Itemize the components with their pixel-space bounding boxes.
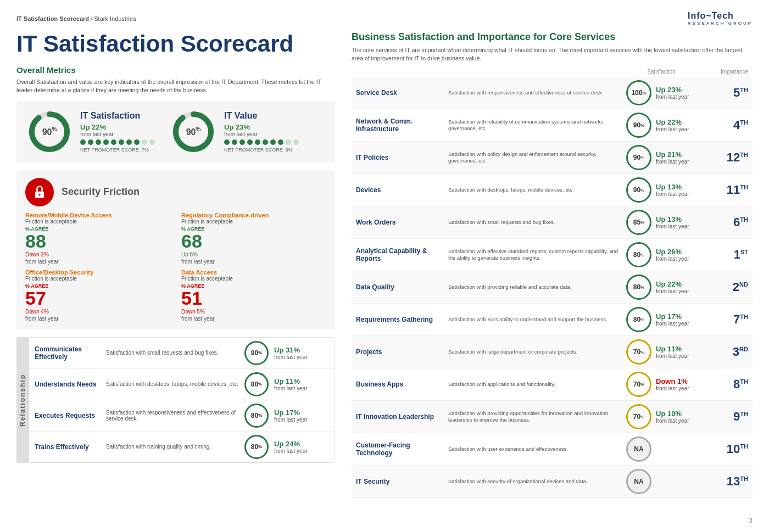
overall-metrics-desc: Overall Satisfaction and value are key i…	[16, 78, 335, 94]
dot	[286, 139, 291, 145]
sec-item-0-sub: Friction is acceptable	[25, 219, 170, 225]
metrics-box: 90% IT Satisfaction Up 22% from last yea…	[16, 101, 335, 163]
security-item-1: Regulatory Compliance-driven Friction is…	[181, 212, 326, 265]
bs-service-desc-6: Satisfaction with providing reliable and…	[448, 284, 622, 290]
dot	[142, 139, 147, 145]
bs-score-8: 70%	[626, 339, 651, 365]
it-value-nps: NET PROMOTER SCORE: 9%	[224, 147, 299, 153]
bs-change-3: Up 13%from last year	[656, 183, 722, 197]
dot	[293, 139, 299, 145]
bs-change-9: Down 1%from last year	[656, 377, 722, 391]
dot	[111, 139, 116, 145]
dot	[255, 139, 260, 145]
right-title: Business Satisfaction and Importance for…	[352, 31, 753, 43]
rel-change-from-2: from last year	[274, 417, 329, 423]
bs-change-1: Up 22%from last year	[656, 118, 722, 132]
it-value-dots	[224, 139, 299, 145]
security-grid: Remote/Mobile Device Access Friction is …	[25, 212, 326, 322]
rel-name-1: Understands Needs	[35, 380, 101, 388]
bs-service-desc-7: Satisfaction with BA's ability to unders…	[448, 316, 622, 323]
rel-change-0: Up 31% from last year	[274, 346, 329, 360]
bs-service-name-8: Projects	[356, 348, 444, 356]
sec-item-2-sub: Friction is acceptable	[25, 276, 170, 282]
bs-service-name-6: Data Quality	[356, 283, 444, 291]
bs-rank-10: 9TH	[726, 410, 748, 424]
bs-service-name-12: IT Security	[356, 478, 444, 485]
dot	[134, 139, 140, 145]
dot	[80, 139, 86, 145]
rel-name-2: Executes Requests	[35, 412, 101, 419]
rel-score-2: 80%	[244, 404, 269, 428]
bs-rank-1: 4TH	[726, 118, 748, 132]
bs-change-7: Up 17%from last year	[656, 312, 722, 327]
rel-score-3: 80%	[244, 435, 269, 459]
page: IT Satisfaction Scorecard / Stark Indust…	[0, 0, 769, 532]
rel-row-2: Executes Requests Satisfaction with resp…	[29, 400, 335, 432]
bs-service-name-0: Service Desk	[356, 89, 444, 97]
bs-score-5: 80%	[626, 242, 651, 267]
bs-service-desc-10: Satisfaction with providing opportunitie…	[448, 410, 622, 424]
bs-service-name-7: Requirements Gathering	[356, 316, 444, 323]
dot	[126, 139, 132, 145]
dot	[247, 139, 253, 145]
bs-service-name-9: Business Apps	[356, 380, 444, 388]
bs-row-1: Network & Comm. Infrastructure Satisfact…	[352, 109, 753, 142]
left-panel: IT Satisfaction Scorecard Overall Metric…	[16, 31, 335, 498]
relationship-sidebar: Relationship	[16, 337, 29, 463]
breadcrumb-main: IT Satisfaction Scorecard	[16, 15, 89, 22]
overall-metrics-title: Overall Metrics	[16, 65, 335, 75]
logo: Info~Tech RESEARCH GROUP	[688, 11, 753, 26]
security-item-2: Office/Desktop Security Friction is acce…	[25, 269, 170, 322]
sec-item-1-change: Up 8%	[181, 251, 326, 257]
right-panel: Business Satisfaction and Importance for…	[352, 31, 753, 498]
rel-name-3: Trains Effectively	[35, 443, 101, 451]
it-value-name: IT Value	[224, 111, 299, 121]
header-satisfaction: Satisfaction	[606, 69, 716, 75]
bs-service-desc-2: Satisfaction with policy design and enfo…	[448, 151, 622, 165]
bs-service-desc-1: Satisfaction with reliability of communi…	[448, 119, 622, 132]
it-satisfaction-item: 90% IT Satisfaction Up 22% from last yea…	[27, 110, 155, 154]
bs-row-3: Devices Satisfaction with desktops, lato…	[352, 174, 753, 206]
it-value-from: from last year	[224, 131, 299, 137]
rel-change-2: Up 17% from last year	[274, 408, 329, 423]
bs-row-12: IT Security Satisfaction with security o…	[352, 466, 753, 498]
it-value-change: Up 23%	[224, 123, 299, 131]
it-satisfaction-from: from last year	[80, 131, 155, 137]
bs-rank-7: 7TH	[726, 312, 748, 327]
bs-score-1: 90%	[626, 113, 651, 138]
dot	[224, 139, 230, 145]
security-header: Security Friction	[25, 178, 326, 206]
bs-score-7: 80%	[626, 307, 651, 332]
bs-rank-6: 2ND	[726, 280, 748, 294]
bs-score-2: 90%	[626, 145, 651, 170]
sec-item-0-change: Down 2%	[25, 251, 170, 257]
sec-item-0-agree: % AGREE	[25, 226, 170, 232]
rel-change-text-0: Up 31%	[274, 346, 329, 354]
rel-change-1: Up 11% from last year	[274, 377, 329, 391]
bs-rank-3: 11TH	[726, 183, 748, 197]
rel-name-0: Communicates Effectively	[35, 345, 101, 361]
sec-item-1-num: 68	[181, 232, 326, 250]
it-value-score: 90%	[186, 126, 201, 137]
metrics-row: 90% IT Satisfaction Up 22% from last yea…	[27, 110, 324, 154]
rel-desc-0: Satisfaction with small requests and bug…	[106, 350, 239, 356]
bs-row-11: Customer-Facing Technology Satisfaction …	[352, 433, 753, 466]
rel-change-3: Up 24% from last year	[274, 440, 329, 454]
rel-change-from-3: from last year	[274, 448, 329, 454]
dot	[270, 139, 276, 145]
it-satisfaction-info: IT Satisfaction Up 22% from last year	[80, 111, 155, 153]
rel-change-text-2: Up 17%	[274, 408, 329, 417]
bs-service-name-4: Work Orders	[356, 219, 444, 226]
sec-item-3-name: Data Access	[181, 269, 326, 276]
sec-item-2-change: Down 4%	[25, 309, 170, 315]
sec-item-2-agree: % AGREE	[25, 283, 170, 289]
lock-icon	[25, 178, 54, 206]
it-satisfaction-nps: NET PROMOTER SCORE: 7%	[80, 147, 155, 153]
rel-change-text-3: Up 24%	[274, 440, 329, 448]
sec-item-3-num: 51	[181, 289, 326, 307]
dot	[232, 139, 237, 145]
bs-score-6: 80%	[626, 275, 651, 300]
dot	[278, 139, 283, 145]
bs-score-12: NA	[626, 469, 651, 494]
bs-score-9: 70%	[626, 372, 651, 397]
